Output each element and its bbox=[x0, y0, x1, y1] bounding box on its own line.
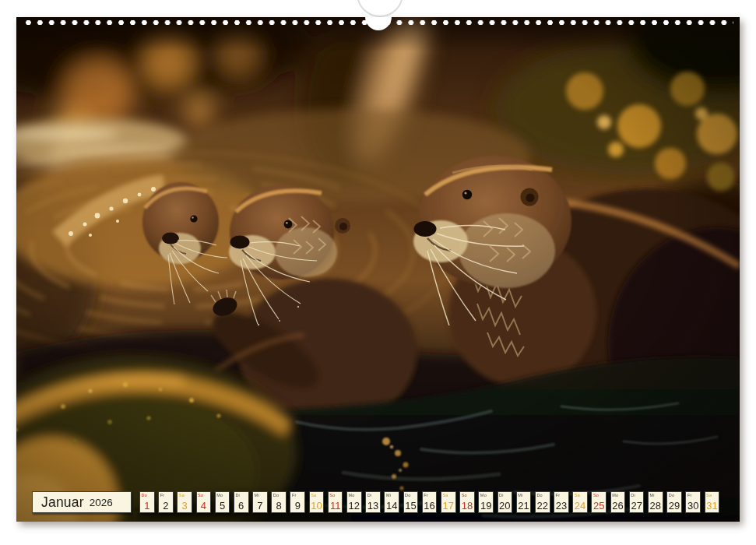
day-weekday-label: So bbox=[593, 493, 599, 498]
day-cells: Do1Fr2Sa3So4Mo5Di6Mi7Do8Fr9Sa10So11Mo12D… bbox=[139, 491, 719, 513]
day-number: 12 bbox=[347, 501, 361, 511]
day-weekday-label: Sa bbox=[179, 493, 185, 498]
day-number: 6 bbox=[234, 501, 248, 511]
day-cell: Di13 bbox=[365, 491, 381, 513]
day-number: 8 bbox=[272, 501, 286, 511]
day-weekday-label: Mi bbox=[255, 493, 259, 498]
day-weekday-label: Di bbox=[631, 493, 635, 498]
day-number: 21 bbox=[517, 501, 531, 511]
day-cell: Fr23 bbox=[554, 491, 569, 513]
day-cell: Do1 bbox=[139, 491, 155, 513]
hanger-ring bbox=[357, 0, 403, 17]
day-cell: So25 bbox=[591, 491, 607, 513]
day-weekday-label: Di bbox=[499, 493, 504, 498]
day-cell: Sa24 bbox=[572, 491, 588, 513]
day-cell: Fr2 bbox=[158, 491, 174, 513]
day-number: 29 bbox=[667, 501, 681, 511]
day-number: 23 bbox=[554, 501, 568, 511]
day-number: 11 bbox=[329, 501, 343, 511]
day-cell: Sa3 bbox=[177, 491, 192, 513]
day-number: 17 bbox=[441, 501, 455, 511]
day-cell: Di6 bbox=[234, 491, 249, 513]
day-cell: Do15 bbox=[403, 491, 419, 513]
day-weekday-label: Mi bbox=[386, 493, 391, 498]
day-weekday-label: Do bbox=[405, 493, 410, 498]
vignette bbox=[16, 17, 740, 522]
year-label: 2026 bbox=[90, 497, 113, 508]
day-cell: So4 bbox=[196, 491, 212, 513]
day-weekday-label: Do bbox=[273, 493, 279, 498]
day-cell: Do8 bbox=[271, 491, 287, 513]
day-weekday-label: Fr bbox=[556, 493, 561, 498]
calendar-page: Januar 2026 Do1Fr2Sa3So4Mo5Di6Mi7Do8Fr9S… bbox=[0, 0, 756, 545]
day-weekday-label: Mi bbox=[650, 493, 655, 498]
day-number: 25 bbox=[592, 501, 606, 511]
day-cell: Sa31 bbox=[705, 491, 720, 513]
month-label: Januar bbox=[41, 494, 84, 511]
day-number: 31 bbox=[705, 501, 719, 511]
day-number: 3 bbox=[178, 501, 192, 511]
calendar-sheet: Januar 2026 Do1Fr2Sa3So4Mo5Di6Mi7Do8Fr9S… bbox=[16, 17, 740, 522]
day-weekday-label: Di bbox=[235, 493, 240, 498]
day-number: 27 bbox=[630, 501, 644, 511]
day-number: 14 bbox=[385, 501, 399, 511]
day-number: 9 bbox=[290, 501, 304, 511]
day-weekday-label: So bbox=[198, 493, 203, 498]
day-cell: Do29 bbox=[666, 491, 682, 513]
day-number: 16 bbox=[423, 501, 437, 511]
day-number: 18 bbox=[460, 501, 474, 511]
day-number: 15 bbox=[404, 501, 418, 511]
day-weekday-label: Sa bbox=[442, 493, 448, 498]
day-cell: Do22 bbox=[535, 491, 550, 513]
day-cell: So18 bbox=[459, 491, 475, 513]
day-weekday-label: Do bbox=[669, 493, 674, 498]
day-number: 1 bbox=[140, 501, 154, 511]
day-weekday-label: Mo bbox=[612, 493, 618, 498]
day-cell: Sa17 bbox=[441, 491, 456, 513]
day-cell: Mi21 bbox=[516, 491, 532, 513]
day-weekday-label: Fr bbox=[687, 493, 692, 498]
day-weekday-label: Mo bbox=[349, 493, 355, 498]
day-number: 2 bbox=[159, 501, 173, 511]
day-weekday-label: Mo bbox=[480, 493, 487, 498]
day-cell: Mo19 bbox=[478, 491, 494, 513]
day-cell: Mi7 bbox=[252, 491, 268, 513]
day-number: 4 bbox=[197, 501, 211, 511]
day-weekday-label: Fr bbox=[424, 493, 428, 498]
day-cell: Mi28 bbox=[648, 491, 663, 513]
otter-photo bbox=[16, 17, 740, 522]
day-cell: Fr16 bbox=[422, 491, 438, 513]
day-weekday-label: So bbox=[462, 493, 467, 498]
day-cell: Sa10 bbox=[309, 491, 325, 513]
day-weekday-label: Mi bbox=[518, 493, 522, 498]
day-cell: Fr30 bbox=[685, 491, 701, 513]
day-number: 22 bbox=[536, 501, 550, 511]
day-cell: Mo5 bbox=[215, 491, 230, 513]
day-cell: Mo26 bbox=[610, 491, 626, 513]
day-number: 19 bbox=[479, 501, 493, 511]
day-number: 24 bbox=[573, 501, 587, 511]
day-number: 30 bbox=[686, 501, 700, 511]
day-weekday-label: Di bbox=[367, 493, 372, 498]
day-cell: Di27 bbox=[629, 491, 645, 513]
day-weekday-label: So bbox=[329, 493, 335, 498]
day-weekday-label: Fr bbox=[292, 493, 297, 498]
day-number: 5 bbox=[216, 501, 230, 511]
day-weekday-label: Mo bbox=[216, 493, 223, 498]
day-number: 28 bbox=[649, 501, 663, 511]
day-number: 20 bbox=[498, 501, 512, 511]
day-number: 13 bbox=[366, 501, 380, 511]
day-weekday-label: Do bbox=[536, 493, 542, 498]
day-weekday-label: Sa bbox=[311, 493, 316, 498]
day-cell: Mo12 bbox=[346, 491, 362, 513]
calendar-strip: Januar 2026 Do1Fr2Sa3So4Mo5Di6Mi7Do8Fr9S… bbox=[32, 491, 719, 513]
day-weekday-label: Sa bbox=[706, 493, 712, 498]
day-weekday-label: Fr bbox=[160, 493, 165, 498]
day-cell: So11 bbox=[328, 491, 343, 513]
day-number: 26 bbox=[611, 501, 625, 511]
day-cell: Fr9 bbox=[290, 491, 305, 513]
day-cell: Mi14 bbox=[384, 491, 399, 513]
day-weekday-label: Sa bbox=[575, 493, 580, 498]
month-year-box: Januar 2026 bbox=[32, 491, 132, 513]
day-number: 7 bbox=[253, 501, 267, 511]
